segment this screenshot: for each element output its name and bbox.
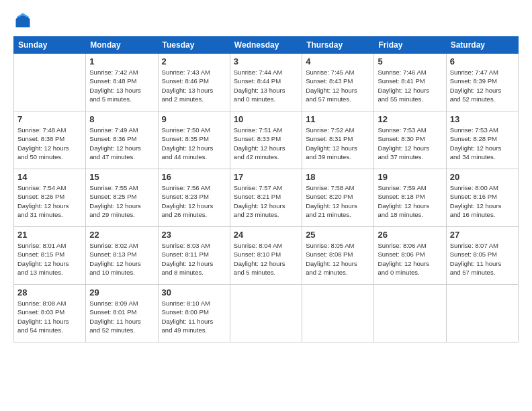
calendar-cell: 26Sunrise: 8:06 AM Sunset: 8:06 PM Dayli… <box>374 227 446 285</box>
calendar-cell: 23Sunrise: 8:03 AM Sunset: 8:11 PM Dayli… <box>158 227 230 285</box>
day-info: Sunrise: 7:52 AM Sunset: 8:31 PM Dayligh… <box>306 126 370 161</box>
day-number: 13 <box>450 114 515 124</box>
calendar-header-friday: Friday <box>374 37 446 54</box>
day-number: 20 <box>450 172 515 182</box>
day-info: Sunrise: 7:50 AM Sunset: 8:35 PM Dayligh… <box>162 126 226 161</box>
day-info: Sunrise: 8:04 AM Sunset: 8:10 PM Dayligh… <box>234 241 298 277</box>
day-info: Sunrise: 8:09 AM Sunset: 8:01 PM Dayligh… <box>89 299 154 334</box>
day-number: 18 <box>306 172 370 182</box>
calendar-cell: 29Sunrise: 8:09 AM Sunset: 8:01 PM Dayli… <box>86 285 158 342</box>
day-info: Sunrise: 7:51 AM Sunset: 8:33 PM Dayligh… <box>234 126 298 161</box>
day-info: Sunrise: 7:46 AM Sunset: 8:41 PM Dayligh… <box>378 68 442 103</box>
calendar-header-sunday: Sunday <box>14 37 86 54</box>
day-number: 9 <box>162 114 226 124</box>
day-info: Sunrise: 8:10 AM Sunset: 8:00 PM Dayligh… <box>162 299 226 334</box>
calendar-cell: 17Sunrise: 7:57 AM Sunset: 8:21 PM Dayli… <box>230 169 302 227</box>
calendar-cell: 20Sunrise: 8:00 AM Sunset: 8:16 PM Dayli… <box>446 169 518 227</box>
day-info: Sunrise: 8:06 AM Sunset: 8:06 PM Dayligh… <box>378 241 442 277</box>
calendar-cell: 4Sunrise: 7:45 AM Sunset: 8:43 PM Daylig… <box>302 54 374 111</box>
day-info: Sunrise: 8:05 AM Sunset: 8:08 PM Dayligh… <box>306 241 370 277</box>
day-info: Sunrise: 7:59 AM Sunset: 8:18 PM Dayligh… <box>378 183 442 219</box>
day-number: 11 <box>306 114 370 124</box>
day-info: Sunrise: 7:45 AM Sunset: 8:43 PM Dayligh… <box>306 68 370 103</box>
day-info: Sunrise: 7:58 AM Sunset: 8:20 PM Dayligh… <box>306 183 370 219</box>
day-number: 29 <box>89 287 154 298</box>
day-number: 15 <box>89 172 154 182</box>
calendar-week-4: 21Sunrise: 8:01 AM Sunset: 8:15 PM Dayli… <box>14 227 519 285</box>
day-info: Sunrise: 8:02 AM Sunset: 8:13 PM Dayligh… <box>89 241 154 277</box>
calendar-cell <box>14 54 86 111</box>
day-number: 21 <box>17 230 82 240</box>
calendar-cell: 22Sunrise: 8:02 AM Sunset: 8:13 PM Dayli… <box>86 227 158 285</box>
calendar-week-2: 7Sunrise: 7:48 AM Sunset: 8:38 PM Daylig… <box>14 111 519 169</box>
day-number: 7 <box>17 114 82 124</box>
day-number: 4 <box>306 56 370 66</box>
calendar-cell: 19Sunrise: 7:59 AM Sunset: 8:18 PM Dayli… <box>374 169 446 227</box>
day-number: 14 <box>17 172 82 182</box>
calendar-cell: 24Sunrise: 8:04 AM Sunset: 8:10 PM Dayli… <box>230 227 302 285</box>
day-info: Sunrise: 7:48 AM Sunset: 8:38 PM Dayligh… <box>17 126 82 161</box>
day-info: Sunrise: 7:47 AM Sunset: 8:39 PM Dayligh… <box>450 68 515 103</box>
logo-icon <box>13 11 32 30</box>
calendar-cell: 9Sunrise: 7:50 AM Sunset: 8:35 PM Daylig… <box>158 111 230 169</box>
day-info: Sunrise: 7:44 AM Sunset: 8:44 PM Dayligh… <box>234 68 298 103</box>
day-number: 5 <box>378 56 442 66</box>
calendar-cell: 11Sunrise: 7:52 AM Sunset: 8:31 PM Dayli… <box>302 111 374 169</box>
day-info: Sunrise: 8:01 AM Sunset: 8:15 PM Dayligh… <box>17 241 82 277</box>
calendar-cell: 16Sunrise: 7:56 AM Sunset: 8:23 PM Dayli… <box>158 169 230 227</box>
calendar-cell: 27Sunrise: 8:07 AM Sunset: 8:05 PM Dayli… <box>446 227 518 285</box>
calendar-cell: 2Sunrise: 7:43 AM Sunset: 8:46 PM Daylig… <box>158 54 230 111</box>
day-number: 24 <box>234 230 298 240</box>
calendar-cell: 25Sunrise: 8:05 AM Sunset: 8:08 PM Dayli… <box>302 227 374 285</box>
day-number: 16 <box>162 172 226 182</box>
calendar-cell: 21Sunrise: 8:01 AM Sunset: 8:15 PM Dayli… <box>14 227 86 285</box>
logo <box>13 11 35 30</box>
day-number: 2 <box>162 56 226 66</box>
day-number: 12 <box>378 114 442 124</box>
calendar-header-wednesday: Wednesday <box>230 37 302 54</box>
day-info: Sunrise: 7:57 AM Sunset: 8:21 PM Dayligh… <box>234 183 298 219</box>
calendar: SundayMondayTuesdayWednesdayThursdayFrid… <box>13 36 519 342</box>
day-info: Sunrise: 7:53 AM Sunset: 8:30 PM Dayligh… <box>378 126 442 161</box>
calendar-header-thursday: Thursday <box>302 37 374 54</box>
calendar-header-monday: Monday <box>86 37 158 54</box>
calendar-cell: 28Sunrise: 8:08 AM Sunset: 8:03 PM Dayli… <box>14 285 86 342</box>
header <box>13 11 519 30</box>
day-number: 1 <box>89 56 154 66</box>
day-number: 17 <box>234 172 298 182</box>
calendar-cell <box>230 285 302 342</box>
calendar-header-row: SundayMondayTuesdayWednesdayThursdayFrid… <box>14 37 519 54</box>
calendar-cell: 10Sunrise: 7:51 AM Sunset: 8:33 PM Dayli… <box>230 111 302 169</box>
day-number: 22 <box>89 230 154 240</box>
day-info: Sunrise: 8:08 AM Sunset: 8:03 PM Dayligh… <box>17 299 82 334</box>
calendar-cell <box>374 285 446 342</box>
calendar-cell: 3Sunrise: 7:44 AM Sunset: 8:44 PM Daylig… <box>230 54 302 111</box>
calendar-header-saturday: Saturday <box>446 37 518 54</box>
calendar-cell: 6Sunrise: 7:47 AM Sunset: 8:39 PM Daylig… <box>446 54 518 111</box>
day-number: 8 <box>89 114 154 124</box>
day-number: 6 <box>450 56 515 66</box>
calendar-cell <box>302 285 374 342</box>
page: SundayMondayTuesdayWednesdayThursdayFrid… <box>0 0 532 411</box>
day-number: 28 <box>17 287 82 298</box>
day-number: 26 <box>378 230 442 240</box>
calendar-header-tuesday: Tuesday <box>158 37 230 54</box>
day-info: Sunrise: 7:49 AM Sunset: 8:36 PM Dayligh… <box>89 126 154 161</box>
calendar-cell <box>446 285 518 342</box>
calendar-cell: 5Sunrise: 7:46 AM Sunset: 8:41 PM Daylig… <box>374 54 446 111</box>
day-number: 27 <box>450 230 515 240</box>
calendar-cell: 12Sunrise: 7:53 AM Sunset: 8:30 PM Dayli… <box>374 111 446 169</box>
day-info: Sunrise: 7:53 AM Sunset: 8:28 PM Dayligh… <box>450 126 515 161</box>
calendar-cell: 8Sunrise: 7:49 AM Sunset: 8:36 PM Daylig… <box>86 111 158 169</box>
calendar-cell: 30Sunrise: 8:10 AM Sunset: 8:00 PM Dayli… <box>158 285 230 342</box>
day-number: 10 <box>234 114 298 124</box>
day-number: 19 <box>378 172 442 182</box>
calendar-week-5: 28Sunrise: 8:08 AM Sunset: 8:03 PM Dayli… <box>14 285 519 342</box>
day-number: 30 <box>162 287 226 298</box>
calendar-cell: 18Sunrise: 7:58 AM Sunset: 8:20 PM Dayli… <box>302 169 374 227</box>
calendar-cell: 13Sunrise: 7:53 AM Sunset: 8:28 PM Dayli… <box>446 111 518 169</box>
day-info: Sunrise: 8:07 AM Sunset: 8:05 PM Dayligh… <box>450 241 515 277</box>
day-info: Sunrise: 7:43 AM Sunset: 8:46 PM Dayligh… <box>162 68 226 103</box>
day-number: 3 <box>234 56 298 66</box>
calendar-cell: 15Sunrise: 7:55 AM Sunset: 8:25 PM Dayli… <box>86 169 158 227</box>
